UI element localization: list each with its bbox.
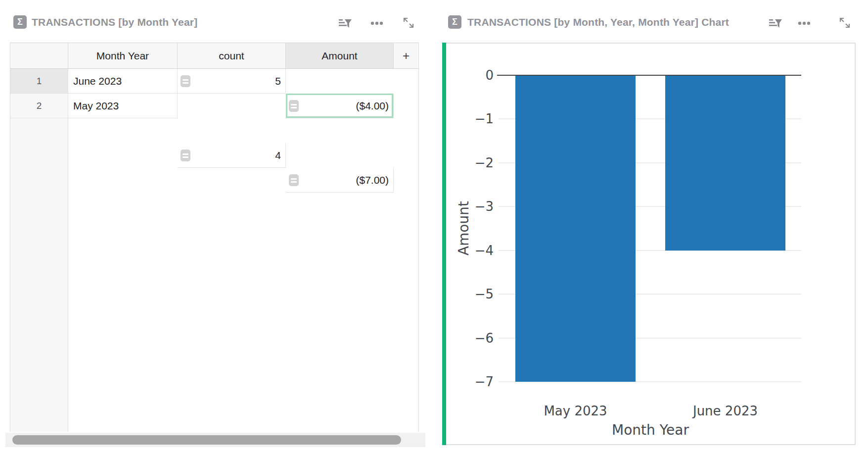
row-number-gutter [10,118,68,432]
y-tick-label: −4 [475,243,494,258]
corner-header-cell[interactable] [10,43,68,69]
expand-widget-icon[interactable] [838,16,852,30]
summary-table: Month Year count Amount + 1 June 2023 5 … [10,43,419,432]
cell-value: ($4.00) [356,100,389,112]
cell-value: ($7.00) [356,174,389,186]
bar-chart: Amount Month Year 0−1−2−3−4−5−6−7May 202… [443,44,855,444]
summary-sigma-icon: Σ [448,15,461,29]
cell-count[interactable]: 5 [178,69,286,94]
left-panel-title: TRANSACTIONS [by Month Year] [32,16,197,28]
horizontal-scrollbar-track[interactable] [5,433,425,447]
y-tick-label: −7 [475,374,494,389]
horizontal-scrollbar-thumb[interactable] [12,435,401,445]
row-number[interactable]: 1 [10,69,68,94]
cell-value: 5 [275,75,281,87]
row-number[interactable]: 2 [10,94,68,118]
sort-filter-icon[interactable] [338,16,352,30]
x-axis-title: Month Year [612,422,689,438]
column-header-month-year[interactable]: Month Year [68,43,178,69]
cell-count[interactable]: 4 [178,143,286,168]
chart-panel-title: TRANSACTIONS [by Month, Year, Month Year… [467,16,729,28]
sort-filter-icon[interactable] [769,16,782,30]
widget-menu-icon[interactable] [370,16,384,30]
cell-value: 4 [275,150,281,161]
formula-icon [181,150,190,161]
column-header-amount[interactable]: Amount [286,43,394,69]
y-tick-label: −3 [475,199,494,214]
y-tick-label: −6 [475,331,494,346]
formula-icon [289,174,299,186]
x-tick-label: May 2023 [544,404,607,418]
x-tick-label: June 2023 [693,404,758,418]
y-tick-label: 0 [485,68,494,83]
formula-icon [289,100,299,112]
cell-amount-selected[interactable]: ($4.00) [286,94,394,118]
y-tick-label: −2 [475,155,494,170]
y-tick-label: −1 [475,111,494,126]
cell-month-year[interactable]: June 2023 [68,69,178,94]
add-column-button[interactable]: + [394,43,418,69]
chart-widget-panel: Amount Month Year 0−1−2−3−4−5−6−7May 202… [442,43,856,445]
column-header-count[interactable]: count [178,43,286,69]
chart-bar [665,76,785,251]
summary-sigma-icon: Σ [13,15,27,29]
expand-widget-icon[interactable] [402,16,415,30]
y-tick-label: −5 [475,287,494,302]
y-axis-title: Amount [456,201,472,255]
cell-amount[interactable]: ($7.00) [286,168,394,193]
formula-icon [181,75,190,87]
widget-menu-icon[interactable] [797,16,811,30]
chart-bar [515,76,635,382]
cell-month-year[interactable]: May 2023 [68,94,178,118]
